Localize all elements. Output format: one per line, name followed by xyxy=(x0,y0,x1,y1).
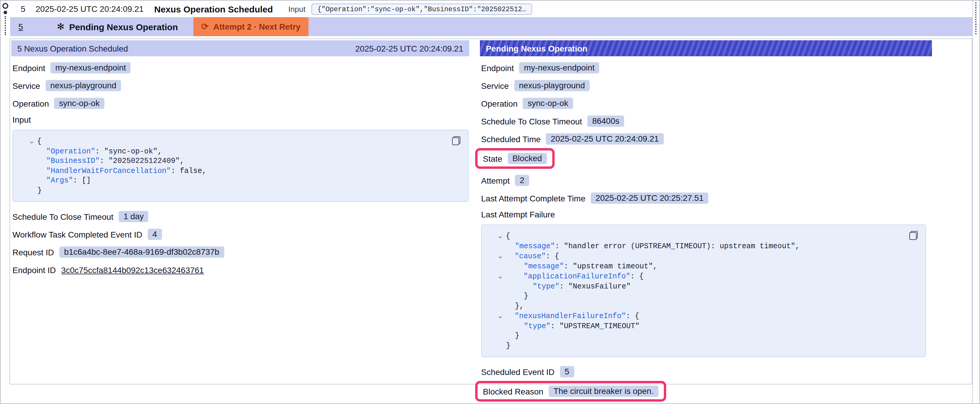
event-title: Nexus Operation Scheduled xyxy=(154,4,273,14)
field-label: Scheduled Event ID xyxy=(481,367,555,377)
retry-icon: ⟳ xyxy=(201,21,208,32)
copy-icon[interactable] xyxy=(909,231,918,240)
field-service: Service nexus-playground xyxy=(13,79,469,92)
timeline-dotted-line xyxy=(5,16,6,35)
field-schedule-to-close-timeout: Schedule To Close Timeout 1 day xyxy=(13,210,469,223)
field-label: Last Attempt Complete Time xyxy=(481,193,585,203)
field-workflow-task-completed-event-id: Workflow Task Completed Event ID 4 xyxy=(13,228,469,241)
field-operation: Operation sync-op-ok xyxy=(481,97,932,109)
field-value-chip: 86400s xyxy=(587,116,624,127)
pending-panel-title: Pending Nexus Operation xyxy=(486,44,587,53)
field-scheduled-event-id: Scheduled Event ID 5 xyxy=(481,366,932,378)
field-value-chip: my-nexus-endpoint xyxy=(51,62,131,73)
event-timestamp: 2025-02-25 UTC 20:24:09.21 xyxy=(36,4,154,14)
field-value-chip: 5 xyxy=(560,366,574,377)
field-attempt: Attempt 2 xyxy=(481,174,932,187)
field-last-attempt-complete-time: Last Attempt Complete Time 2025-02-25 UT… xyxy=(481,192,932,204)
field-label: Endpoint xyxy=(481,63,514,73)
field-schedule-to-close-timeout: Schedule To Close Timeout 86400s xyxy=(481,115,932,127)
field-label: Operation xyxy=(13,99,49,108)
event-id-link[interactable]: 5 xyxy=(18,22,57,32)
event-row-pending-nexus-operation[interactable]: 5 ✻ Pending Nexus Operation ⟳ Attempt 2 … xyxy=(10,17,972,36)
field-value-chip: nexus-playground xyxy=(514,80,590,91)
field-label: Schedule To Close Timeout xyxy=(13,212,113,221)
input-section-label: Input xyxy=(13,115,469,124)
event-input-label: Input xyxy=(288,5,305,13)
field-label: Scheduled Time xyxy=(481,134,541,144)
event-input-preview-chip: {"Operation":"sync-op-ok","BusinessID":"… xyxy=(312,3,532,14)
field-label: Schedule To Close Timeout xyxy=(481,116,582,126)
field-service: Service nexus-playground xyxy=(481,79,932,92)
scheduled-panel-timestamp: 2025-02-25 UTC 20:24:09.21 xyxy=(355,44,463,53)
event-history-rows: 5 2025-02-25 UTC 20:24:09.21 Nexus Opera… xyxy=(10,1,972,36)
field-scheduled-time: Scheduled Time 2025-02-25 UTC 20:24:09.2… xyxy=(481,133,932,145)
retry-attempt-badge: ⟳ Attempt 2 · Next Retry xyxy=(193,17,308,36)
pending-operation-panel: Pending Nexus Operation Endpoint my-nexu… xyxy=(480,40,932,384)
event-id-link[interactable]: 5 xyxy=(21,4,36,14)
event-row-nexus-operation-scheduled[interactable]: 5 2025-02-25 UTC 20:24:09.21 Nexus Opera… xyxy=(10,1,972,17)
field-label: State xyxy=(483,154,502,163)
field-label: Service xyxy=(481,81,509,90)
field-value-chip: sync-op-ok xyxy=(54,98,104,109)
field-endpoint: Endpoint my-nexus-endpoint xyxy=(481,62,932,74)
timeline-event-dot-icon xyxy=(3,11,7,14)
field-label: Attempt xyxy=(481,176,510,185)
event-detail-container: 5 Nexus Operation Scheduled 2025-02-25 U… xyxy=(10,38,972,385)
retry-badge-label: Attempt 2 · Next Retry xyxy=(213,22,301,32)
field-value-chip: 2025-02-25 UTC 20:24:09.21 xyxy=(546,133,663,144)
field-value-chip: sync-op-ok xyxy=(523,98,573,109)
field-value-chip: b1c6a4bc-8ee7-468a-9169-df3b02c8737b xyxy=(59,246,224,258)
field-value-chip: 4 xyxy=(148,229,162,240)
scrollbar-rail[interactable] xyxy=(972,1,979,403)
timeline-start-icon xyxy=(2,3,8,9)
field-label: Service xyxy=(13,81,40,90)
annotation-highlight-blocked-reason: Blocked Reason The circuit breaker is op… xyxy=(475,381,666,402)
event-timeline-rail xyxy=(1,1,10,72)
blocked-reason-chip: The circuit breaker is open. xyxy=(549,386,659,397)
field-value-chip: 2025-02-25 UTC 20:25:27.51 xyxy=(591,193,708,204)
scheduled-event-panel: 5 Nexus Operation Scheduled 2025-02-25 U… xyxy=(11,40,469,384)
annotation-highlight-state: State Blocked xyxy=(475,148,554,169)
field-value-chip: nexus-playground xyxy=(45,80,121,91)
copy-icon[interactable] xyxy=(452,136,460,145)
field-label: Workflow Task Completed Event ID xyxy=(13,230,142,239)
field-endpoint-id: Endpoint ID 3c0c75ccfa8144b092c13ce63246… xyxy=(13,264,469,276)
field-request-id: Request ID b1c6a4bc-8ee7-468a-9169-df3b0… xyxy=(13,246,469,258)
timeline-dotted-line-right xyxy=(975,2,977,34)
field-value-chip: my-nexus-endpoint xyxy=(519,62,600,73)
scheduled-panel-header: 5 Nexus Operation Scheduled 2025-02-25 U… xyxy=(11,40,469,56)
nexus-asterisk-icon: ✻ xyxy=(57,21,64,32)
failure-json-viewer[interactable]: ⌄ { "message": "handler error (UPSTREAM_… xyxy=(481,225,926,357)
state-badge: Blocked xyxy=(508,153,547,164)
field-label: Endpoint xyxy=(13,63,45,73)
endpoint-id-link[interactable]: 3c0c75ccfa8144b092c13ce632463761 xyxy=(61,265,204,274)
temporal-event-history-screen: 5 2025-02-25 UTC 20:24:09.21 Nexus Opera… xyxy=(0,0,980,404)
last-attempt-failure-label: Last Attempt Failure xyxy=(481,210,932,219)
pending-panel-header: Pending Nexus Operation xyxy=(480,40,932,56)
input-json-viewer[interactable]: ⌄ { "Operation": "sync-op-ok", "Business… xyxy=(13,130,469,202)
field-label: Endpoint ID xyxy=(13,265,56,274)
field-blocked-reason: Blocked Reason The circuit breaker is op… xyxy=(483,385,659,398)
scheduled-panel-title: 5 Nexus Operation Scheduled xyxy=(17,44,128,53)
field-label: Blocked Reason xyxy=(483,387,543,396)
field-value-chip: 2 xyxy=(515,175,530,186)
field-label: Operation xyxy=(481,99,518,108)
field-operation: Operation sync-op-ok xyxy=(13,97,469,109)
field-label: Request ID xyxy=(13,247,54,257)
field-endpoint: Endpoint my-nexus-endpoint xyxy=(13,62,469,74)
field-value-chip: 1 day xyxy=(119,211,149,222)
event-title: Pending Nexus Operation xyxy=(69,22,178,32)
field-state: State Blocked xyxy=(483,152,547,165)
